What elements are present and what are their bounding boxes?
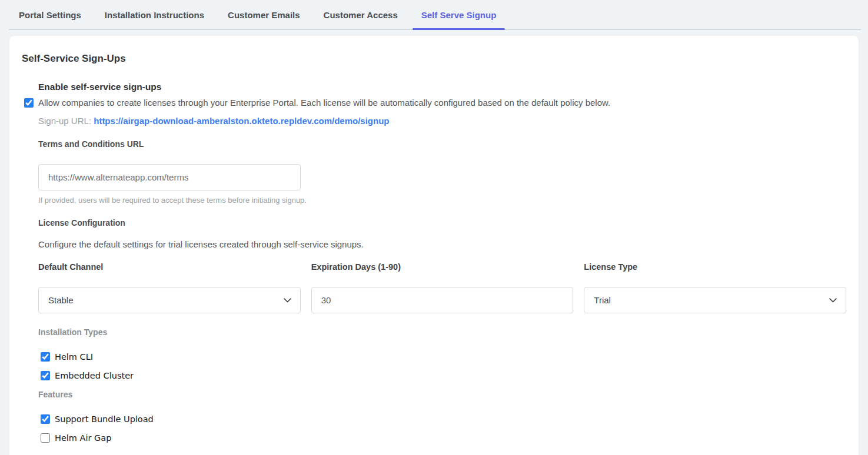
signup-url-row: Sign-up URL: https://airgap-download-amb… [38, 116, 846, 126]
enable-signups-row: Allow companies to create licenses throu… [24, 98, 846, 108]
helm-cli-checkbox[interactable] [41, 352, 50, 362]
expiration-days-field: Expiration Days (1-90) [311, 262, 574, 313]
tab-portal-settings[interactable]: Portal Settings [10, 0, 90, 30]
expiration-days-input[interactable] [311, 287, 574, 313]
panel-content: Enable self-service sign-ups Allow compa… [38, 82, 846, 443]
enable-signups-heading: Enable self-service sign-ups [38, 82, 846, 92]
default-channel-label: Default Channel [38, 262, 301, 272]
features-label: Features [38, 390, 846, 399]
default-channel-field: Default Channel Stable [38, 262, 301, 313]
helm-air-gap-checkbox[interactable] [41, 433, 50, 443]
embedded-cluster-checkbox[interactable] [41, 371, 50, 380]
signup-url-label: Sign-up URL: [38, 116, 91, 126]
features-group: Features Support Bundle Upload Helm Air … [38, 390, 846, 443]
installation-types-group: Installation Types Helm CLI Embedded Clu… [38, 327, 846, 380]
installation-type-row: Embedded Cluster [41, 371, 846, 380]
license-type-field: License Type Trial [584, 262, 846, 313]
license-configuration-description: Configure the default settings for trial… [38, 239, 846, 249]
page-title: Self-Service Sign-Ups [22, 53, 846, 65]
tab-customer-access[interactable]: Customer Access [315, 0, 407, 30]
embedded-cluster-label: Embedded Cluster [55, 371, 134, 380]
license-fields-grid: Default Channel Stable Expiration Days (… [38, 262, 846, 313]
enable-signups-description: Allow companies to create licenses throu… [38, 98, 610, 108]
helm-air-gap-label: Helm Air Gap [55, 433, 111, 443]
terms-url-field-wrap [38, 164, 301, 190]
tab-installation-instructions[interactable]: Installation Instructions [96, 0, 213, 30]
expiration-days-label: Expiration Days (1-90) [311, 262, 574, 272]
terms-url-label: Terms and Conditions URL [38, 139, 846, 149]
tab-customer-emails[interactable]: Customer Emails [219, 0, 309, 30]
support-bundle-upload-checkbox[interactable] [41, 414, 50, 424]
license-type-label: License Type [584, 262, 846, 272]
license-type-select[interactable]: Trial [584, 287, 846, 313]
enable-signups-checkbox[interactable] [24, 98, 34, 108]
feature-row: Support Bundle Upload [41, 414, 846, 424]
support-bundle-upload-label: Support Bundle Upload [55, 414, 154, 424]
settings-tabbar: Portal Settings Installation Instruction… [0, 0, 868, 30]
terms-url-helper: If provided, users will be required to a… [38, 196, 846, 205]
terms-url-input[interactable] [38, 164, 301, 190]
default-channel-select[interactable]: Stable [38, 287, 301, 313]
installation-type-row: Helm CLI [41, 352, 846, 362]
tab-self-serve-signup[interactable]: Self Serve Signup [413, 0, 505, 30]
signup-url-link[interactable]: https://airgap-download-amberalston.okte… [94, 116, 389, 126]
license-configuration-label: License Configuration [38, 218, 846, 228]
feature-row: Helm Air Gap [41, 433, 846, 443]
installation-types-label: Installation Types [38, 327, 846, 337]
self-serve-signup-panel: Self-Service Sign-Ups Enable self-servic… [9, 36, 859, 455]
helm-cli-label: Helm CLI [55, 352, 93, 362]
